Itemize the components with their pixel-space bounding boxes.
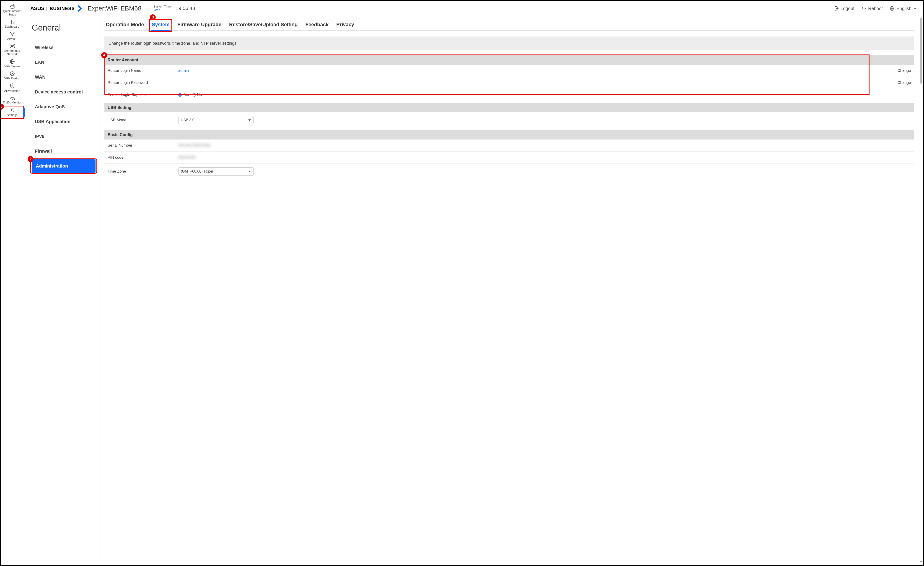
tab-feedback[interactable]: Feedback [305, 20, 329, 30]
brand-separator: | [46, 6, 47, 11]
router-login-name-label: Router Login Name [108, 68, 178, 73]
time-zone-select[interactable]: (GMT+08:00) Taipei [178, 167, 254, 175]
sidebar-label: VPN Fusion [4, 76, 20, 80]
nav-device-access-control[interactable]: Device access control [31, 85, 96, 99]
time-zone-value: (GMT+08:00) Taipei [181, 169, 213, 174]
sidebar-item-settings[interactable]: 1 Settings [1, 106, 24, 118]
router-wizard-icon [1, 3, 23, 9]
topbar: ASUS | BUSINESS ExpertWiFi EBM68 System … [24, 1, 923, 16]
captcha-no-label: No [197, 93, 202, 97]
nav-administration-annotation-box: 2 Administration [31, 159, 96, 173]
usb-mode-select[interactable]: USB 3.0 [178, 116, 254, 124]
router-account-title: Router Account [104, 55, 914, 65]
aimesh-icon [1, 31, 23, 36]
brand-business: BUSINESS [50, 6, 75, 11]
serial-number-value: R3CMC2009T5MZ [178, 143, 911, 148]
brand-chevron-icon [77, 5, 82, 12]
row-serial-number: Serial Number R3CMC2009T5MZ [104, 139, 914, 151]
section-usb: USB Setting USB Mode USB 3.0 [104, 103, 914, 128]
captcha-yes-label: Yes [183, 93, 189, 97]
chevron-down-icon [248, 120, 251, 121]
system-time-label: System Time [153, 5, 171, 8]
scrollbar-thumb[interactable] [920, 18, 922, 84]
sidebar-item-quick-internet-setup[interactable]: Quick Internet Setup [1, 2, 24, 18]
nav-ipv6[interactable]: IPv6 [31, 130, 96, 143]
icon-sidebar: Quick Internet Setup Dashboard AiMesh [1, 1, 24, 565]
general-side-panel: General Wireless LAN WAN Device access c… [31, 16, 99, 565]
svg-point-0 [10, 6, 15, 9]
nav-wireless[interactable]: Wireless [31, 41, 96, 54]
row-time-zone: Time Zone (GMT+08:00) Taipei [104, 164, 914, 179]
nav-administration[interactable]: Administration [32, 159, 96, 173]
pin-code-label: PIN code [108, 155, 178, 160]
nav-lan[interactable]: LAN [31, 55, 96, 69]
captcha-radio-no[interactable]: No [193, 93, 202, 97]
self-defined-network-icon [1, 43, 23, 49]
logout-label: Logout [840, 6, 855, 11]
nav-usb-application[interactable]: USB Application [31, 115, 96, 128]
tab-privacy[interactable]: Privacy [336, 20, 354, 30]
section-router-account: 4 Router Account Router Login Name admin… [104, 55, 914, 101]
scrollbar-down-arrow[interactable] [919, 559, 923, 563]
sidebar-item-vpn-fusion[interactable]: VPN Fusion [1, 70, 24, 82]
logout-button[interactable]: Logout [832, 5, 856, 12]
language-selector[interactable]: English [888, 5, 918, 12]
annotation-badge-4: 4 [101, 52, 107, 58]
info-banner: Change the router login password, time z… [104, 36, 914, 50]
scrollbar[interactable] [919, 18, 923, 563]
sidebar-label: AiMesh [7, 37, 17, 40]
tab-operation-mode[interactable]: Operation Mode [105, 20, 144, 30]
svg-point-9 [12, 85, 13, 86]
side-panel-title: General [31, 23, 96, 33]
svg-point-10 [11, 109, 13, 111]
sidebar-label: Quick Internet Setup [3, 9, 21, 16]
sidebar-label: Traffic Monitor [3, 101, 21, 104]
radio-dot-off-icon [193, 93, 196, 97]
change-login-password-link[interactable]: Change [897, 81, 911, 85]
usb-setting-title: USB Setting [104, 103, 914, 112]
change-login-name-link[interactable]: Change [897, 68, 911, 73]
svg-point-5 [12, 46, 12, 47]
sidebar-label: Self-defined Network [4, 49, 20, 56]
tab-system-label: System [152, 22, 170, 27]
tab-firmware-upgrade[interactable]: Firmware Upgrade [177, 20, 222, 30]
sidebar-item-aiprotection[interactable]: AiProtection [1, 82, 24, 94]
sidebar-item-dashboard[interactable]: Dashboard [1, 18, 24, 30]
sidebar-label: Dashboard [5, 25, 20, 28]
radio-dot-on-icon [178, 93, 182, 97]
usb-mode-value: USB 3.0 [181, 118, 195, 122]
sidebar-item-aimesh[interactable]: AiMesh [1, 30, 24, 42]
row-router-login-name: Router Login Name admin Change [104, 65, 914, 77]
reboot-label: Reboot [868, 6, 883, 11]
router-login-name-value: admin [178, 68, 886, 73]
tabs-row: Operation Mode System 3 Firmware Upgrade… [104, 20, 914, 31]
sidebar-item-vpn-server[interactable]: VPN Server [1, 58, 24, 70]
brand-asus: ASUS [30, 6, 45, 11]
tab-restore-save-upload[interactable]: Restore/Save/Upload Setting [229, 20, 298, 30]
annotation-badge-2: 2 [28, 156, 33, 162]
content-area: Operation Mode System 3 Firmware Upgrade… [99, 16, 923, 565]
vpn-fusion-icon [1, 71, 23, 76]
gear-icon [1, 107, 23, 113]
time-zone-label: Time Zone [108, 169, 178, 174]
captcha-radio-yes[interactable]: Yes [178, 93, 189, 97]
pin-code-value: 85645280 [178, 155, 911, 160]
section-basic-config: Basic Config Serial Number R3CMC2009T5MZ… [104, 130, 914, 179]
svg-point-2 [12, 34, 13, 36]
annotation-badge-3: 3 [150, 14, 156, 20]
nav-wan[interactable]: WAN [31, 70, 96, 84]
row-router-login-password: Router Login Password - Change [104, 77, 914, 89]
product-name: ExpertWiFi EBM68 [87, 5, 142, 12]
reboot-button[interactable]: Reboot [860, 5, 884, 12]
nav-adaptive-qos[interactable]: Adaptive QoS [31, 100, 96, 114]
sidebar-item-self-defined-network[interactable]: Self-defined Network [1, 42, 24, 58]
enable-captcha-label: Enable Login Captcha [108, 93, 178, 97]
sidebar-label: Settings [7, 113, 18, 117]
basic-config-title: Basic Config [104, 130, 914, 139]
usb-mode-label: USB Mode [108, 118, 178, 123]
row-usb-mode: USB Mode USB 3.0 [104, 112, 914, 128]
tab-system[interactable]: System 3 [151, 20, 170, 30]
serial-number-label: Serial Number [108, 143, 178, 148]
sidebar-item-traffic-monitor[interactable]: Traffic Monitor [1, 94, 24, 106]
nav-firewall[interactable]: Firewall [31, 145, 96, 158]
